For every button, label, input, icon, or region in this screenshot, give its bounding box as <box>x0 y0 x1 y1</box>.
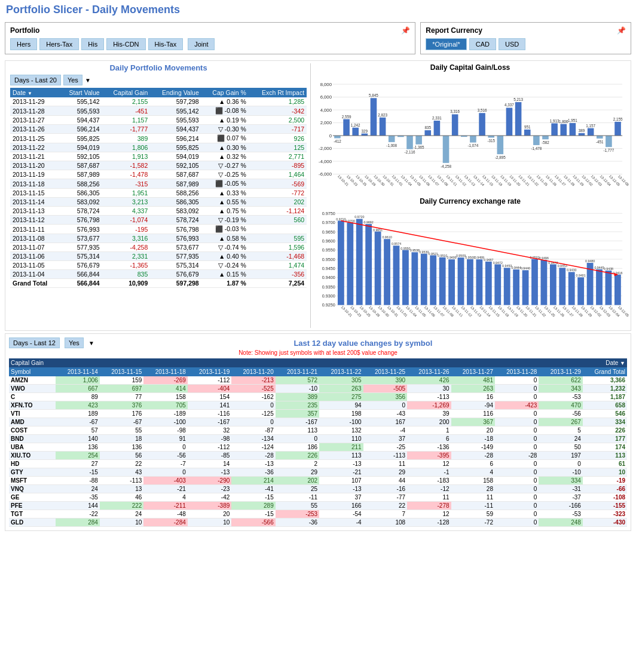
value-cell-4: 214 <box>231 477 275 485</box>
list-item: C8977158154-162389275356-113160-531,187 <box>9 393 627 401</box>
svg-text:329: 329 <box>362 129 368 133</box>
tag-his-cdn[interactable]: His-CDN <box>106 38 145 50</box>
value-cell-11: 267 <box>539 418 582 426</box>
svg-text:-4,000: -4,000 <box>319 159 332 164</box>
symbol-cell: AMZN <box>9 376 56 385</box>
table-row: 2013-11-06575,3142,331577,935▲ 0.40 %-1,… <box>10 252 307 261</box>
value-cell-1: 56 <box>100 452 143 460</box>
tag-hers-tax[interactable]: Hers-Tax <box>39 38 79 50</box>
value-cell-9: 16 <box>451 393 495 401</box>
symbol-cell: XFN.TO <box>9 401 56 410</box>
bottom-filter-arrow[interactable]: ▼ <box>88 340 94 346</box>
value-cell-8: -183 <box>407 477 451 485</box>
currency-usd[interactable]: USD <box>499 38 525 50</box>
value-cell-0: -88 <box>56 477 99 485</box>
value-cell-0: 57 <box>56 426 99 435</box>
value-cell-2: -269 <box>143 376 187 385</box>
value-cell-4: 0 <box>231 401 275 410</box>
svg-text:0.9438: 0.9438 <box>604 267 613 271</box>
svg-text:0.9500: 0.9500 <box>465 256 475 259</box>
value-cell-2: -403 <box>143 477 187 485</box>
tag-joint[interactable]: Joint <box>188 38 215 50</box>
currency-options: *Original* CAD USD <box>426 38 626 50</box>
filter-arrow-icon[interactable]: ▼ <box>85 77 91 84</box>
value-cell-12: -155 <box>583 502 627 510</box>
value-cell-1: 176 <box>100 410 143 418</box>
value-cell-8: -128 <box>407 518 451 527</box>
table-row: 2013-11-14583,0923,213586,305▲ 0.55 %202 <box>10 198 307 207</box>
currency-cad[interactable]: CAD <box>469 38 496 50</box>
symbol-cell: AMD <box>9 418 56 426</box>
report-currency-pin-icon[interactable]: 📌 <box>617 26 626 35</box>
svg-text:-2,000: -2,000 <box>319 146 332 151</box>
value-cell-7: 22 <box>363 502 407 510</box>
svg-text:0.9574: 0.9574 <box>392 242 401 246</box>
portfolio-pin-icon[interactable]: 📌 <box>401 26 410 35</box>
value-cell-9: 116 <box>451 410 495 418</box>
filter-days-label[interactable]: Days - Last 20 <box>10 75 61 85</box>
value-cell-8: -12 <box>407 485 451 493</box>
sym-header-5: 2013-11-20 <box>231 367 275 376</box>
sym-header-7: 2013-11-22 <box>319 367 363 376</box>
value-cell-4: -28 <box>231 452 275 460</box>
table-row: 2013-11-21592,1051,913594,019▲ 0.32 %2,7… <box>10 152 307 161</box>
value-cell-11: 248 <box>539 518 582 527</box>
value-cell-1: 222 <box>100 502 143 510</box>
value-cell-7: -43 <box>363 410 407 418</box>
svg-rect-208 <box>568 272 575 305</box>
value-cell-0: 284 <box>56 518 99 527</box>
list-item: GE-35464-42-15-1137-7711110-37-108 <box>9 493 627 502</box>
value-cell-2: -98 <box>143 426 187 435</box>
svg-rect-65 <box>488 136 494 137</box>
value-cell-8: -395 <box>407 452 451 460</box>
svg-rect-74 <box>515 102 522 136</box>
value-cell-7: 390 <box>363 376 407 385</box>
value-cell-11: -166 <box>539 502 582 510</box>
value-cell-8: 1 <box>407 426 451 435</box>
tag-hers[interactable]: Hers <box>10 38 37 50</box>
svg-rect-71 <box>506 108 513 136</box>
bottom-filter-days[interactable]: Days - Last 12 <box>9 337 60 348</box>
tag-his[interactable]: His <box>81 38 104 50</box>
value-cell-12: 1,187 <box>583 393 627 401</box>
value-cell-3: -23 <box>188 485 231 493</box>
filter-yes-value[interactable]: Yes <box>63 75 82 85</box>
currency-original[interactable]: *Original* <box>426 38 466 50</box>
symbol-cell: GLD <box>9 518 56 527</box>
value-cell-2: -21 <box>143 485 187 493</box>
symbol-cell: VWO <box>9 385 56 393</box>
value-cell-6: 305 <box>319 376 363 385</box>
svg-rect-51 <box>443 136 450 163</box>
value-cell-2: 414 <box>143 385 187 393</box>
sym-header-12: 2013-11-29 <box>539 367 582 376</box>
value-cell-1: 46 <box>100 493 143 502</box>
value-cell-0: 24 <box>56 485 99 493</box>
filter-bar: Days - Last 20 Yes ▼ <box>10 75 307 85</box>
value-cell-6: 132 <box>319 426 363 435</box>
tag-his-tax[interactable]: His-Tax <box>148 38 184 50</box>
list-item: VTI189176-189-116-125357198-43391160-565… <box>9 410 627 418</box>
value-cell-10: 0 <box>495 443 539 452</box>
value-cell-6: -21 <box>319 468 363 477</box>
col-date: Date ▼ <box>10 88 59 97</box>
currency-chart: 0.92500.93000.93500.94000.94500.95000.95… <box>314 208 626 324</box>
value-cell-11: 24 <box>539 435 582 443</box>
value-cell-8: -113 <box>407 393 451 401</box>
bottom-filter-yes[interactable]: Yes <box>65 337 84 348</box>
svg-rect-107 <box>614 122 621 136</box>
value-cell-6: 113 <box>319 452 363 460</box>
svg-text:0.9650: 0.9650 <box>322 229 335 235</box>
value-cell-0: 144 <box>56 502 99 510</box>
value-cell-11: -10 <box>539 468 582 477</box>
svg-text:3,516: 3,516 <box>478 108 487 112</box>
value-cell-1: -113 <box>100 477 143 485</box>
value-cell-11: 622 <box>539 376 582 385</box>
svg-text:4,337: 4,337 <box>504 103 514 107</box>
value-cell-1: 77 <box>100 393 143 401</box>
symbol-cell: C <box>9 393 56 401</box>
value-cell-7: 44 <box>363 477 407 485</box>
svg-rect-59 <box>470 136 476 143</box>
svg-text:-1,074: -1,074 <box>468 143 479 148</box>
list-item: AMZN1,006159-269-112-2135723053904264810… <box>9 376 627 385</box>
value-cell-9: 481 <box>451 376 495 385</box>
